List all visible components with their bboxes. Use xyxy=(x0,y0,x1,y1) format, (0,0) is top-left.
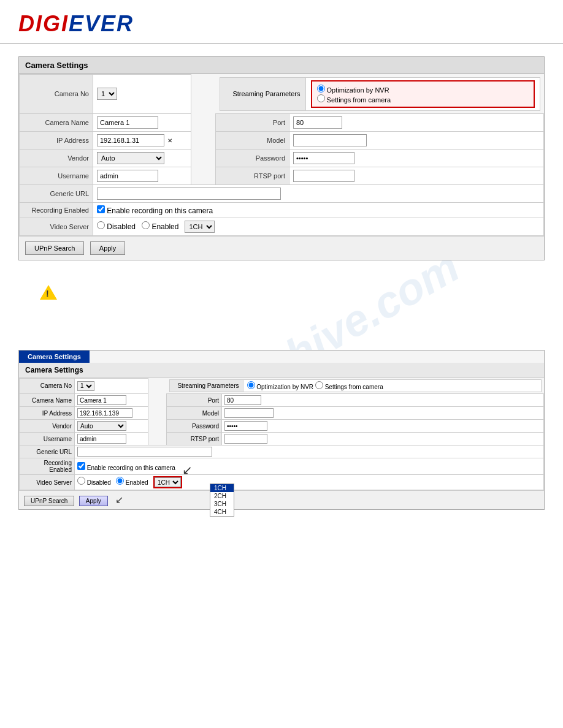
port-input[interactable]: 80 xyxy=(293,116,342,129)
model-input[interactable] xyxy=(293,134,367,146)
p2-generic-input[interactable] xyxy=(77,447,212,457)
p2-apply-button[interactable]: Apply xyxy=(79,496,108,506)
vendor-select[interactable]: Auto xyxy=(97,152,164,164)
row-recording: Recording Enabled Enable recording on th… xyxy=(20,202,544,218)
p2-row-camera-no: Camera No 12 Streaming Parameters xyxy=(20,378,544,394)
p2-button-row: UPnP Search Apply ↙ xyxy=(19,490,544,509)
p2-vendor-label: Vendor xyxy=(20,420,75,433)
ip-address-input[interactable]: 192.168.1.31 xyxy=(97,134,164,146)
p2-ip-label: IP Address xyxy=(20,407,75,420)
recording-checkbox[interactable] xyxy=(97,205,105,213)
p2-ch-select[interactable]: 1CH2CH3CH4CH xyxy=(155,477,181,487)
opt-nvr-radio[interactable] xyxy=(317,85,325,93)
p2-recording-checkbox[interactable] xyxy=(77,462,85,470)
model-cell xyxy=(289,131,544,149)
port-cell: 80 xyxy=(289,113,544,131)
rtsp-port-cell xyxy=(289,167,544,184)
upnp-search-button[interactable]: UPnP Search xyxy=(25,241,84,255)
rtsp-port-input[interactable] xyxy=(293,170,354,182)
form-table-2: Camera No 12 Streaming Parameters xyxy=(19,378,544,491)
camera-no-cell: 1 2 xyxy=(93,75,191,114)
p2-opt-camera-label[interactable]: Settings from camera xyxy=(315,384,383,390)
generic-url-input[interactable] xyxy=(97,188,281,200)
p2-password-cell xyxy=(222,420,544,433)
username-input[interactable]: admin xyxy=(97,170,158,182)
p2-video-server-enabled-radio[interactable] xyxy=(116,477,124,485)
p2-ch-opt-2ch[interactable]: 2CH xyxy=(210,492,234,500)
p2-model-input[interactable] xyxy=(224,408,274,418)
video-server-disabled-radio[interactable] xyxy=(97,221,105,229)
p2-username-cell: admin xyxy=(75,433,148,446)
camera-no-select[interactable]: 1 2 xyxy=(97,88,117,100)
button-row-1: UPnP Search Apply xyxy=(19,236,544,260)
model-label: Model xyxy=(216,131,289,149)
p2-radio-group: Optimization by NVR Settings from camera xyxy=(247,381,537,390)
camera-no-label: Camera No xyxy=(20,75,93,114)
ip-clear-icon[interactable]: ✕ xyxy=(167,137,172,144)
arrow-indicator: ↙ xyxy=(182,463,193,477)
row-username: Username admin RTSP port xyxy=(20,167,544,184)
p2-generic-cell xyxy=(75,446,544,458)
p2-camera-name-label: Camera Name xyxy=(20,394,75,407)
p2-opt-nvr-radio[interactable] xyxy=(247,381,255,389)
p2-opt-camera-radio[interactable] xyxy=(315,381,323,389)
p2-row-recording: Recording Enabled Enable recording on th… xyxy=(20,458,544,475)
row-camera-name: Camera Name Camera 1 Port 80 xyxy=(20,113,544,131)
password-input[interactable] xyxy=(293,152,354,164)
camera-settings-panel-2: Camera Settings Camera Settings Camera N… xyxy=(18,350,545,510)
p2-vendor-select[interactable]: Auto xyxy=(77,421,126,431)
video-server-enabled-radio[interactable] xyxy=(142,221,150,229)
panel2-tab[interactable]: Camera Settings xyxy=(19,351,90,363)
p2-recording-label: Recording Enabled xyxy=(20,458,75,475)
opt-camera-radio[interactable] xyxy=(317,94,325,102)
warning-triangle xyxy=(40,285,57,300)
video-server-ch-select[interactable]: 1CH2CH3CH4CH xyxy=(185,221,215,233)
row-camera-no: Camera No 1 2 Streaming Parameters xyxy=(20,75,544,114)
video-server-label: Video Server xyxy=(20,218,93,235)
apply-arrow: ↙ xyxy=(115,495,123,505)
streaming-params-box: Optimization by NVR Settings from camera xyxy=(311,80,535,108)
panel2-inner: Camera Settings Camera No 12 Streami xyxy=(19,363,544,510)
p2-rtsp-input[interactable] xyxy=(224,434,267,444)
opt-nvr-label[interactable]: Optimization by NVR xyxy=(317,85,529,94)
p2-ch-opt-3ch[interactable]: 3CH xyxy=(210,500,234,508)
panel2-subtitle: Camera Settings xyxy=(19,363,544,378)
p2-username-input[interactable]: admin xyxy=(77,434,126,444)
camera-settings-panel-1: Camera Settings Camera No 1 2 Streaming … xyxy=(18,56,545,260)
p2-ch-dropdown-trigger[interactable]: 1CH2CH3CH4CH xyxy=(153,476,182,488)
camera-name-cell: Camera 1 xyxy=(93,113,191,131)
p2-video-server-label: Video Server xyxy=(20,475,75,490)
p2-camera-no-cell: 12 xyxy=(75,378,148,394)
p2-port-input[interactable]: 80 xyxy=(224,395,261,405)
p2-camera-name-cell: Camera 1 xyxy=(75,394,148,407)
p2-video-server-disabled-radio[interactable] xyxy=(77,477,85,485)
p2-ip-input[interactable]: 192.168.1.139 xyxy=(77,408,132,418)
p2-username-label: Username xyxy=(20,433,75,446)
apply-button-1[interactable]: Apply xyxy=(90,241,126,255)
camera-name-input[interactable]: Camera 1 xyxy=(97,116,158,129)
p2-row-generic: Generic URL xyxy=(20,446,544,458)
opt-camera-label[interactable]: Settings from camera xyxy=(317,94,529,104)
recording-label: Recording Enabled xyxy=(20,202,93,218)
p2-rtsp-cell xyxy=(222,433,544,446)
p2-opt-nvr-label[interactable]: Optimization by NVR xyxy=(247,384,315,390)
p2-ip-cell: 192.168.1.139 xyxy=(75,407,148,420)
p2-camera-name-input[interactable]: Camera 1 xyxy=(77,395,126,405)
camera-name-label: Camera Name xyxy=(20,113,93,131)
port-label: Port xyxy=(216,113,289,131)
p2-upnp-search-button[interactable]: UPnP Search xyxy=(24,496,74,506)
row-video-server: Video Server Disabled Enabled 1CH2CH3CH4… xyxy=(20,218,544,235)
radio-group-streaming: Optimization by NVR Settings from camera xyxy=(317,85,529,104)
ip-address-label: IP Address xyxy=(20,131,93,149)
p2-camera-no-select[interactable]: 12 xyxy=(77,381,94,391)
warning-area xyxy=(21,273,545,316)
username-label: Username xyxy=(20,167,93,184)
ip-address-cell: 192.168.1.31 ✕ xyxy=(93,131,191,149)
recording-text: Enable recording on this camera xyxy=(107,207,213,215)
p2-disabled-text: Disabled xyxy=(87,479,111,486)
p2-password-input[interactable] xyxy=(224,421,267,431)
p2-ch-opt-4ch[interactable]: 4CH xyxy=(210,508,234,516)
p2-ch-opt-1ch[interactable]: 1CH xyxy=(210,484,234,492)
logo-blue: EVER xyxy=(69,11,134,36)
p2-row-video-server: Video Server Disabled Enabled 1CH2CH3CH4… xyxy=(20,475,544,490)
